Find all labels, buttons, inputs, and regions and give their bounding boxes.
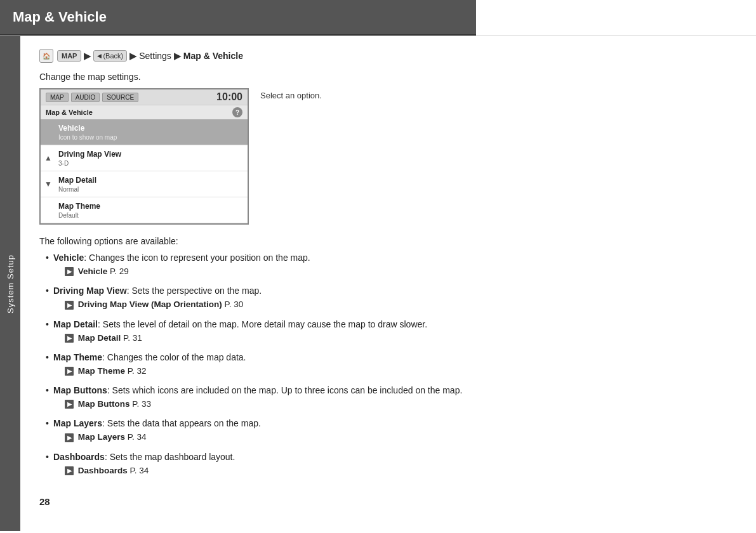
option-desc-driving: : Sets the perspective on the map. bbox=[127, 286, 262, 296]
main-content: 🏠 MAP ▶ ◀ (Back) ▶ Settings ▶ Map & Vehi… bbox=[20, 36, 756, 531]
device-menu: Vehicle Icon to show on map ▲ Driving Ma… bbox=[41, 119, 248, 223]
list-item-vehicle: Vehicle: Changes the icon to represent y… bbox=[46, 251, 737, 278]
tab-map[interactable]: MAP bbox=[46, 93, 69, 102]
sidebar: System Setup bbox=[0, 36, 20, 531]
option-ref-dashboards: ▶ Dashboards P. 34 bbox=[53, 464, 737, 477]
ref-icon-map-theme: ▶ bbox=[65, 367, 74, 376]
page-title: Map & Vehicle bbox=[13, 9, 107, 25]
home-icon: 🏠 bbox=[39, 49, 53, 63]
list-item-map-buttons: Map Buttons: Sets which icons are includ… bbox=[46, 384, 737, 411]
menu-item-driving-map-view[interactable]: ▲ Driving Map View 3-D bbox=[41, 145, 248, 171]
option-ref-text-driving: Driving Map View (Map Orientation) bbox=[78, 299, 222, 309]
list-item-dashboards: Dashboards: Sets the map dashboard layou… bbox=[46, 451, 737, 477]
menu-item-vehicle[interactable]: Vehicle Icon to show on map bbox=[41, 119, 248, 145]
intro-text: Change the map settings. bbox=[39, 72, 737, 82]
list-item-driving-map-view: Driving Map View: Sets the perspective o… bbox=[46, 284, 737, 311]
menu-item-map-detail[interactable]: ▼ Map Detail Normal bbox=[41, 171, 248, 197]
breadcrumb: 🏠 MAP ▶ ◀ (Back) ▶ Settings ▶ Map & Vehi… bbox=[39, 49, 737, 63]
scroll-up-icon: ▲ bbox=[44, 154, 52, 162]
device-titlebar: Map & Vehicle ? bbox=[41, 105, 248, 119]
option-desc-map-layers: : Sets the data that appears on the map. bbox=[102, 418, 261, 428]
ref-icon-driving: ▶ bbox=[65, 301, 74, 310]
arrow-2: ▶ bbox=[129, 51, 136, 61]
option-ref-vehicle: ▶ Vehicle P. 29 bbox=[53, 265, 737, 278]
device-time: 10:00 bbox=[216, 91, 242, 103]
option-desc-map-detail: : Sets the level of detail on the map. M… bbox=[98, 319, 427, 329]
option-name-dashboards: Dashboards bbox=[53, 452, 105, 462]
device-tabs: MAP AUDIO SOURCE bbox=[46, 93, 138, 102]
screenshot-row: MAP AUDIO SOURCE 10:00 Map & Vehicle ? V… bbox=[39, 88, 737, 225]
tab-audio[interactable]: AUDIO bbox=[71, 93, 100, 102]
option-ref-driving: ▶ Driving Map View (Map Orientation) P. … bbox=[53, 298, 737, 311]
option-name-vehicle: Vehicle bbox=[53, 253, 84, 263]
option-name-driving: Driving Map View bbox=[53, 286, 127, 296]
breadcrumb-current: Map & Vehicle bbox=[183, 51, 243, 61]
back-label: (Back) bbox=[103, 52, 123, 60]
option-ref-text-vehicle: Vehicle bbox=[78, 266, 108, 276]
option-ref-text-dashboards: Dashboards bbox=[78, 466, 128, 475]
arrow-1: ▶ bbox=[84, 51, 91, 61]
device-screen: MAP AUDIO SOURCE 10:00 Map & Vehicle ? V… bbox=[39, 88, 249, 225]
ref-icon-map-layers: ▶ bbox=[65, 433, 74, 442]
device-title: Map & Vehicle bbox=[46, 109, 93, 116]
back-button[interactable]: ◀ (Back) bbox=[93, 50, 127, 62]
option-ref-text-map-layers: Map Layers bbox=[78, 432, 125, 442]
ref-icon-map-detail: ▶ bbox=[65, 334, 74, 343]
map-button[interactable]: MAP bbox=[57, 50, 81, 62]
page-number: 28 bbox=[39, 496, 50, 507]
ref-icon-dashboards: ▶ bbox=[65, 466, 74, 475]
option-name-map-buttons: Map Buttons bbox=[53, 385, 107, 395]
option-ref-text-map-buttons: Map Buttons bbox=[78, 399, 130, 409]
option-desc-map-theme: : Changes the color of the map data. bbox=[102, 352, 246, 362]
device-help-button[interactable]: ? bbox=[232, 107, 242, 117]
arrow-3: ▶ bbox=[174, 51, 181, 61]
option-name-map-detail: Map Detail bbox=[53, 319, 98, 329]
list-item-map-theme: Map Theme: Changes the color of the map … bbox=[46, 351, 737, 378]
option-ref-map-detail: ▶ Map Detail P. 31 bbox=[53, 332, 737, 345]
ref-icon-vehicle: ▶ bbox=[65, 267, 74, 276]
options-list: Vehicle: Changes the icon to represent y… bbox=[39, 251, 737, 477]
caption: Select an option. bbox=[260, 88, 322, 100]
list-item-map-layers: Map Layers: Sets the data that appears o… bbox=[46, 417, 737, 444]
option-desc-dashboards: : Sets the map dashboard layout. bbox=[105, 452, 235, 462]
option-desc-vehicle: : Changes the icon to represent your pos… bbox=[84, 253, 310, 263]
option-ref-map-layers: ▶ Map Layers P. 34 bbox=[53, 431, 737, 444]
option-name-map-theme: Map Theme bbox=[53, 352, 102, 362]
option-desc-map-buttons: : Sets which icons are included on the m… bbox=[107, 385, 463, 395]
options-intro: The following options are available: bbox=[39, 236, 737, 246]
menu-item-map-theme[interactable]: Map Theme Default bbox=[41, 197, 248, 223]
sidebar-label: System Setup bbox=[6, 254, 15, 313]
option-ref-map-theme: ▶ Map Theme P. 32 bbox=[53, 365, 737, 378]
option-ref-text-map-theme: Map Theme bbox=[78, 366, 125, 376]
page-header: Map & Vehicle bbox=[0, 0, 476, 36]
scroll-down-icon: ▼ bbox=[44, 180, 52, 188]
device-topbar: MAP AUDIO SOURCE 10:00 bbox=[41, 89, 248, 105]
option-ref-map-buttons: ▶ Map Buttons P. 33 bbox=[53, 398, 737, 411]
tab-source[interactable]: SOURCE bbox=[102, 93, 138, 102]
back-icon: ◀ bbox=[97, 53, 102, 59]
breadcrumb-settings: Settings bbox=[139, 51, 171, 61]
ref-icon-map-buttons: ▶ bbox=[65, 400, 74, 409]
list-item-map-detail: Map Detail: Sets the level of detail on … bbox=[46, 318, 737, 345]
option-name-map-layers: Map Layers bbox=[53, 418, 102, 428]
option-ref-text-map-detail: Map Detail bbox=[78, 333, 121, 343]
